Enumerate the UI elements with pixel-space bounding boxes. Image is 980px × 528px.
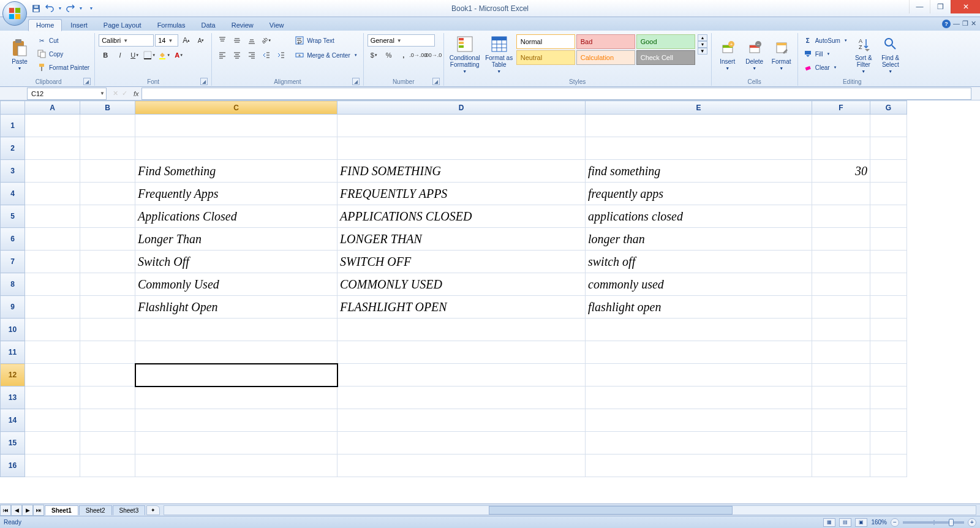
tab-review[interactable]: Review	[224, 20, 261, 31]
office-button[interactable]	[2, 1, 27, 26]
increase-decimal-button[interactable]: .0→.00	[412, 49, 425, 61]
bold-button[interactable]: B	[99, 49, 112, 61]
tab-insert[interactable]: Insert	[63, 20, 95, 31]
delete-cells-button[interactable]: −Delete▼	[742, 34, 767, 75]
number-format-combo[interactable]: General▼	[368, 34, 435, 47]
maximize-button[interactable]: ❐	[930, 0, 951, 13]
cancel-formula-icon[interactable]: ✕	[113, 89, 118, 97]
style-check-cell[interactable]: Check Cell	[636, 50, 695, 65]
formula-input[interactable]	[141, 88, 971, 100]
tab-formulas[interactable]: Formulas	[150, 20, 193, 31]
format-as-table-button[interactable]: Format as Table▼	[484, 34, 514, 75]
copy-button[interactable]: Copy	[36, 48, 91, 60]
name-box[interactable]: C12▼	[27, 88, 107, 100]
group-font: Calibri▼ 14▼ A▴ A▾ B I U▼ ▼ ▼ A▼ Font◢	[95, 33, 212, 86]
cut-icon: ✂	[37, 36, 47, 45]
tab-page-layout[interactable]: Page Layout	[96, 20, 149, 31]
accounting-format-button[interactable]: $▼	[368, 49, 381, 61]
sigma-icon: Σ	[803, 36, 813, 45]
cut-button[interactable]: ✂Cut	[36, 34, 91, 47]
font-size-combo[interactable]: 14▼	[155, 34, 178, 47]
qat-customize-icon[interactable]: ▼	[86, 3, 97, 14]
ribbon-tabs: Home Insert Page Layout Formulas Data Re…	[0, 17, 980, 31]
font-color-button[interactable]: A▼	[172, 49, 186, 61]
svg-rect-1	[15, 8, 20, 13]
enter-formula-icon[interactable]: ✓	[122, 89, 127, 97]
style-neutral[interactable]: Neutral	[516, 50, 575, 65]
italic-button[interactable]: I	[113, 49, 127, 61]
wrap-text-button[interactable]: Wrap Text	[293, 34, 360, 47]
align-top-button[interactable]	[216, 34, 229, 47]
style-bad[interactable]: Bad	[576, 34, 635, 49]
conditional-formatting-button[interactable]: Conditional Formatting▼	[448, 34, 482, 75]
ribbon-minimize-icon[interactable]: —	[953, 20, 960, 27]
group-label-font: Font◢	[99, 78, 208, 86]
gallery-down-icon[interactable]: ▾	[698, 41, 707, 48]
group-label-number: Number◢	[368, 78, 440, 86]
tab-data[interactable]: Data	[194, 20, 222, 31]
group-label-cells: Cells	[715, 78, 794, 86]
gallery-up-icon[interactable]: ▴	[698, 34, 707, 41]
title-bar: ▼ ▼ ▼ Book1 - Microsoft Excel — ❐ ✕	[0, 0, 980, 17]
percent-format-button[interactable]: %	[382, 49, 396, 61]
tab-view[interactable]: View	[262, 20, 292, 31]
autosum-button[interactable]: ΣAutoSum▼	[802, 34, 849, 47]
style-good[interactable]: Good	[636, 34, 695, 49]
underline-button[interactable]: U▼	[128, 49, 141, 61]
minimize-button[interactable]: —	[909, 0, 930, 13]
clear-button[interactable]: Clear▼	[802, 61, 849, 74]
style-calculation[interactable]: Calculation	[576, 50, 635, 65]
align-right-button[interactable]	[245, 49, 258, 61]
format-icon	[772, 39, 791, 57]
align-center-button[interactable]	[230, 49, 244, 61]
redo-dropdown-icon[interactable]: ▼	[78, 3, 83, 14]
number-launcher-icon[interactable]: ◢	[432, 78, 440, 85]
align-bottom-button[interactable]	[245, 34, 258, 47]
close-button[interactable]: ✕	[951, 0, 980, 13]
style-normal[interactable]: Normal	[516, 34, 575, 49]
help-icon[interactable]: ?	[942, 20, 951, 28]
close-workbook-icon[interactable]: ✕	[971, 20, 976, 28]
insert-cells-button[interactable]: +Insert▼	[715, 34, 740, 75]
format-painter-button[interactable]: Format Painter	[36, 61, 91, 74]
quick-access-toolbar: ▼ ▼ ▼	[31, 0, 97, 17]
save-icon[interactable]	[31, 3, 42, 14]
restore-workbook-icon[interactable]: ❐	[962, 20, 968, 28]
format-cells-button[interactable]: Format▼	[769, 34, 794, 75]
paste-button[interactable]: Paste▼	[6, 34, 33, 75]
shrink-font-button[interactable]: A▾	[194, 34, 208, 47]
sort-filter-button[interactable]: AZSort & Filter▼	[851, 34, 876, 75]
comma-format-button[interactable]: ,	[397, 49, 410, 61]
undo-dropdown-icon[interactable]: ▼	[58, 3, 62, 14]
alignment-launcher-icon[interactable]: ◢	[352, 78, 360, 85]
gallery-more-icon[interactable]: ▼	[698, 48, 707, 55]
font-name-combo[interactable]: Calibri▼	[99, 34, 154, 47]
indent-decrease-button[interactable]	[260, 49, 273, 61]
clipboard-launcher-icon[interactable]: ◢	[83, 78, 91, 85]
ribbon: Paste▼ ✂Cut Copy Format Painter Clipboar…	[0, 31, 980, 87]
window-controls: — ❐ ✕	[909, 0, 980, 17]
orientation-button[interactable]: ab▼	[260, 34, 273, 47]
decrease-decimal-button[interactable]: .00→.0	[426, 49, 440, 61]
fill-button[interactable]: Fill▼	[802, 48, 849, 60]
group-label-clipboard: Clipboard◢	[6, 78, 91, 86]
fx-icon[interactable]: fx	[131, 90, 141, 97]
undo-icon[interactable]	[44, 3, 55, 14]
svg-rect-12	[39, 64, 44, 67]
merge-icon: a	[295, 50, 304, 60]
align-left-button[interactable]	[216, 49, 229, 61]
find-select-button[interactable]: Find & Select▼	[878, 34, 903, 75]
redo-icon[interactable]	[65, 3, 76, 14]
style-gallery: NormalBadGoodNeutralCalculationCheck Cel…	[516, 34, 695, 65]
fill-color-button[interactable]: ▼	[157, 49, 171, 61]
indent-increase-button[interactable]	[274, 49, 288, 61]
tab-home[interactable]: Home	[28, 19, 62, 31]
window-title: Book1 - Microsoft Excel	[451, 4, 529, 13]
group-label-editing: Editing	[802, 78, 903, 86]
grow-font-button[interactable]: A▴	[179, 34, 193, 47]
align-middle-button[interactable]	[230, 34, 244, 47]
font-launcher-icon[interactable]: ◢	[200, 78, 208, 85]
merge-center-button[interactable]: aMerge & Center▼	[293, 49, 360, 61]
border-button[interactable]: ▼	[143, 49, 156, 61]
brush-icon	[37, 62, 47, 72]
